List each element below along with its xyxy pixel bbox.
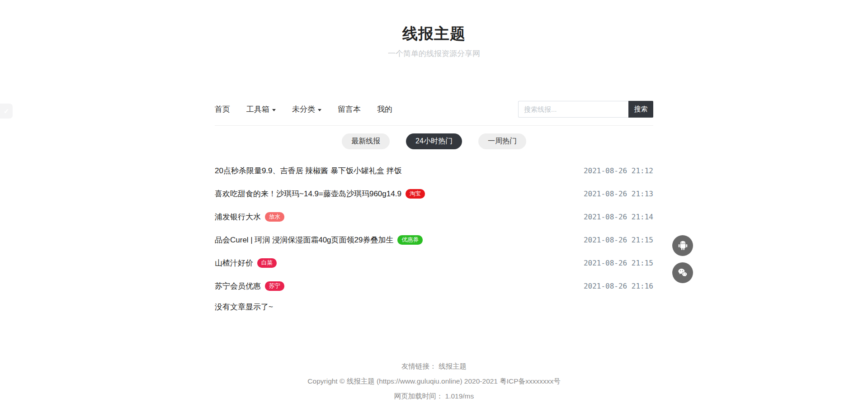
friend-links-label: 友情链接： (401, 362, 437, 370)
chevron-down-icon (318, 109, 321, 111)
article-title[interactable]: 品会Curel | 珂润 浸润保湿面霜40g页面领29券叠加生 (215, 235, 393, 245)
wechat-icon (676, 266, 689, 279)
wechat-button[interactable] (672, 262, 693, 283)
nav-item-label: 我的 (377, 104, 392, 114)
article-title[interactable]: 山楂汁好价 (215, 258, 253, 268)
friend-link[interactable]: 线报主题 (439, 362, 467, 370)
nav-item-label: 工具箱 (246, 104, 269, 114)
tag-badge-suning[interactable]: 苏宁 (265, 281, 284, 291)
nav-item-mine[interactable]: 我的 (377, 104, 392, 114)
chevron-down-icon (272, 109, 276, 111)
nav-items: 首页 工具箱 未分类 留言本 我的 (215, 104, 392, 114)
article-list: 20点秒杀限量9.9、吉香居 辣椒酱 暴下饭小罐礼盒 拌饭 2021-08-26… (215, 159, 653, 312)
nav-item-toolbox[interactable]: 工具箱 (246, 104, 276, 114)
article-title[interactable]: 苏宁会员优惠 (215, 281, 261, 291)
article-date: 2021-08-26 21:13 (584, 190, 653, 198)
nav-item-home[interactable]: 首页 (215, 104, 230, 114)
list-end-message: 没有文章显示了~ (215, 298, 653, 312)
article-date: 2021-08-26 21:12 (584, 166, 653, 175)
tag-badge-fangshui[interactable]: 放水 (265, 212, 284, 222)
article-row: 苏宁会员优惠 苏宁 2021-08-26 21:16 (215, 275, 653, 298)
article-row: 山楂汁好价 白菜 2021-08-26 21:15 (215, 251, 653, 275)
nav-item-label: 首页 (215, 104, 230, 114)
article-date: 2021-08-26 21:15 (584, 259, 653, 267)
article-title[interactable]: 喜欢吃甜食的来！沙琪玛~14.9=藤壶岛沙琪玛960g14.9 (215, 189, 401, 199)
nav-item-label: 未分类 (292, 104, 315, 114)
load-time-line: 网页加载时间： 1.019/ms (0, 393, 868, 400)
friend-links-line: 友情链接： 线报主题 (0, 363, 868, 370)
search-bar: 搜索 (518, 101, 653, 118)
article-date: 2021-08-26 21:16 (584, 282, 653, 290)
search-input[interactable] (518, 101, 628, 118)
tab-24h-hot[interactable]: 24小时热门 (406, 133, 462, 149)
nav-item-label: 留言本 (338, 104, 361, 114)
article-row: 浦发银行大水 放水 2021-08-26 21:14 (215, 205, 653, 228)
android-icon (677, 240, 689, 252)
tab-latest[interactable]: 最新线报 (342, 133, 390, 149)
site-footer: 友情链接： 线报主题 Copyright © 线报主题 (https://www… (0, 363, 868, 400)
tab-week-hot[interactable]: 一周热门 (478, 133, 526, 149)
copyright-line: Copyright © 线报主题 (https://www.guluqiu.on… (0, 378, 868, 385)
article-title[interactable]: 浦发银行大水 (215, 212, 261, 222)
article-row: 喜欢吃甜食的来！沙琪玛~14.9=藤壶岛沙琪玛960g14.9 淘宝 2021-… (215, 182, 653, 205)
side-panel-toggle[interactable]: ✓ (0, 104, 13, 119)
floating-buttons (672, 235, 693, 283)
check-icon: ✓ (4, 107, 9, 115)
article-title[interactable]: 20点秒杀限量9.9、吉香居 辣椒酱 暴下饭小罐礼盒 拌饭 (215, 166, 402, 176)
filter-tabs: 最新线报 24小时热门 一周热门 (215, 133, 653, 149)
android-app-button[interactable] (672, 235, 693, 256)
tag-badge-coupon[interactable]: 优惠券 (397, 235, 423, 245)
search-button[interactable]: 搜索 (628, 101, 653, 118)
tag-badge-taobao[interactable]: 淘宝 (406, 189, 425, 199)
page-subtitle: 一个简单的线报资源分享网 (0, 49, 868, 59)
article-date: 2021-08-26 21:15 (584, 236, 653, 244)
nav-item-guestbook[interactable]: 留言本 (338, 104, 361, 114)
main-container: 首页 工具箱 未分类 留言本 我的 搜索 最新线报 24小时热门 一周热门 (215, 93, 653, 312)
article-row: 20点秒杀限量9.9、吉香居 辣椒酱 暴下饭小罐礼盒 拌饭 2021-08-26… (215, 159, 653, 182)
nav-item-uncategorized[interactable]: 未分类 (292, 104, 321, 114)
tag-badge-baicai[interactable]: 白菜 (257, 258, 277, 268)
navbar: 首页 工具箱 未分类 留言本 我的 搜索 (215, 93, 653, 126)
article-date: 2021-08-26 21:14 (584, 213, 653, 221)
article-row: 品会Curel | 珂润 浸润保湿面霜40g页面领29券叠加生 优惠券 2021… (215, 228, 653, 251)
page-title: 线报主题 (0, 24, 868, 43)
site-header: 线报主题 一个简单的线报资源分享网 (0, 0, 868, 59)
